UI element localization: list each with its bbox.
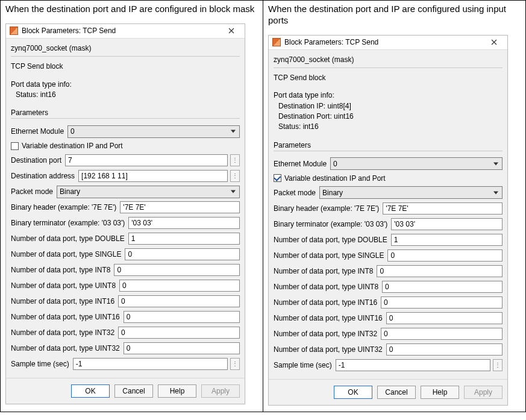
data-port-label: Number of data port, type INT32 [11, 328, 114, 337]
mask-line: zynq7000_socket (mask) [11, 42, 240, 56]
apply-button[interactable]: Apply [464, 386, 503, 399]
sample-time-row: Sample time (sec) ⋮ [11, 357, 240, 371]
data-port-input[interactable] [124, 311, 240, 323]
data-port-input[interactable] [118, 327, 240, 339]
packet-mode-select[interactable]: Binary [319, 186, 503, 199]
data-port-input[interactable] [114, 264, 240, 276]
more-button[interactable]: ⋮ [230, 170, 240, 182]
data-port-input[interactable] [125, 248, 240, 260]
binary-terminator-label: Binary terminator (example: '03 03') [274, 220, 387, 228]
left-caption: When the destination port and IP are con… [5, 2, 258, 20]
more-button[interactable]: ⋮ [230, 358, 240, 370]
data-port-input[interactable] [381, 296, 503, 309]
variable-dest-row: Variable destination IP and Port [274, 174, 503, 183]
variable-dest-row: Variable destination IP and Port [11, 142, 240, 150]
ethernet-module-select[interactable]: 0 [67, 125, 240, 138]
packet-mode-value: Binary [322, 189, 343, 197]
port-info: Port data type info: Destination IP: uin… [274, 89, 503, 135]
packet-mode-value: Binary [60, 187, 80, 196]
left-column: When the destination port and IP are con… [1, 1, 263, 412]
close-icon [228, 28, 234, 34]
data-port-input[interactable] [118, 295, 240, 307]
data-port-row: Number of data port, type INT8 [274, 265, 503, 278]
cancel-button[interactable]: Cancel [377, 386, 416, 399]
comparison-container: When the destination port and IP are con… [0, 0, 526, 412]
data-port-input[interactable] [387, 249, 503, 262]
data-port-input[interactable] [382, 281, 503, 293]
data-port-input[interactable] [386, 343, 503, 356]
ethernet-module-value: 0 [70, 127, 75, 136]
ethernet-module-label: Ethernet Module [11, 127, 64, 136]
chevron-down-icon [231, 130, 236, 133]
binary-terminator-label: Binary terminator (example: '03 03') [11, 219, 125, 227]
sample-time-input[interactable] [336, 359, 490, 371]
variable-dest-checkbox[interactable] [11, 142, 19, 150]
ethernet-module-select[interactable]: 0 [330, 157, 503, 170]
dialog-right: Block Parameters: TCP Send zynq7000_sock… [268, 35, 508, 406]
dialog-body: zynq7000_socket (mask) TCP Send block Po… [6, 39, 245, 376]
dest-port-input[interactable] [65, 154, 228, 166]
port-info-line: Destination IP: uint8[4] [274, 101, 503, 111]
binary-terminator-input[interactable] [128, 217, 240, 229]
ok-button[interactable]: OK [71, 384, 110, 398]
data-port-label: Number of data port, type INT16 [274, 298, 377, 307]
close-button[interactable] [484, 36, 504, 49]
data-port-row: Number of data port, type INT16 [274, 296, 503, 309]
packet-mode-row: Packet mode Binary [274, 186, 503, 199]
help-button[interactable]: Help [421, 386, 459, 399]
data-port-input[interactable] [377, 265, 503, 277]
chevron-down-icon [231, 190, 236, 193]
ethernet-module-label: Ethernet Module [274, 160, 327, 168]
ok-button[interactable]: OK [334, 386, 372, 399]
packet-mode-label: Packet mode [11, 187, 53, 196]
data-port-label: Number of data port, type SINGLE [274, 251, 384, 260]
data-port-input[interactable] [391, 234, 503, 246]
data-port-input[interactable] [124, 342, 240, 354]
dialog-body: zynq7000_socket (mask) TCP Send block Po… [269, 50, 507, 377]
parameters-panel: Ethernet Module 0 Variable destination I… [11, 118, 240, 375]
port-info-header: Port data type info: [11, 80, 240, 90]
more-button[interactable]: ⋮ [230, 154, 240, 166]
binary-terminator-row: Binary terminator (example: '03 03') [11, 216, 240, 230]
more-button[interactable]: ⋮ [493, 359, 503, 371]
data-port-row: Number of data port, type SINGLE [274, 249, 503, 262]
dest-port-row: Destination port ⋮ [11, 154, 240, 167]
close-button[interactable] [222, 24, 241, 37]
packet-mode-select[interactable]: Binary [57, 186, 240, 198]
dialog-left: Block Parameters: TCP Send zynq7000_sock… [5, 24, 245, 405]
help-button[interactable]: Help [158, 384, 196, 398]
cancel-button[interactable]: Cancel [114, 384, 153, 398]
data-port-label: Number of data port, type INT16 [11, 297, 114, 306]
dest-addr-input[interactable] [78, 170, 228, 182]
data-port-input[interactable] [119, 280, 240, 292]
sample-time-label: Sample time (sec) [274, 361, 332, 369]
data-port-row: Number of data port, type DOUBLE [11, 232, 240, 245]
dialog-title: Block Parameters: TCP Send [22, 27, 222, 35]
apply-button[interactable]: Apply [201, 384, 240, 398]
data-port-row: Number of data port, type INT8 [11, 263, 240, 277]
binary-header-label: Binary header (example: '7E 7E') [274, 204, 379, 213]
chevron-down-icon [493, 162, 498, 165]
data-port-input[interactable] [128, 233, 240, 245]
binary-header-input[interactable] [120, 201, 240, 213]
mask-line: zynq7000_socket (mask) [274, 54, 503, 67]
binary-terminator-input[interactable] [391, 218, 503, 230]
port-info-line: Destination Port: uint16 [274, 111, 503, 122]
sample-time-input[interactable] [73, 358, 228, 370]
parameters-panel: Ethernet Module 0 Variable destination I… [274, 151, 503, 377]
data-port-label: Number of data port, type INT32 [274, 330, 377, 338]
binary-header-label: Binary header (example: '7E 7E') [11, 203, 116, 212]
data-port-input[interactable] [386, 312, 503, 324]
block-desc: TCP Send block [11, 60, 240, 74]
variable-dest-label: Variable destination IP and Port [284, 174, 386, 183]
dest-addr-row: Destination address ⋮ [11, 169, 240, 183]
packet-mode-label: Packet mode [274, 189, 316, 197]
titlebar: Block Parameters: TCP Send [6, 24, 245, 39]
data-port-label: Number of data port, type INT8 [274, 267, 373, 275]
data-port-input[interactable] [381, 328, 503, 340]
data-port-row: Number of data port, type DOUBLE [274, 233, 503, 246]
variable-dest-checkbox[interactable] [274, 174, 281, 182]
binary-header-input[interactable] [383, 202, 503, 215]
ethernet-module-row: Ethernet Module 0 [11, 125, 240, 138]
data-port-label: Number of data port, type UINT16 [11, 313, 120, 321]
